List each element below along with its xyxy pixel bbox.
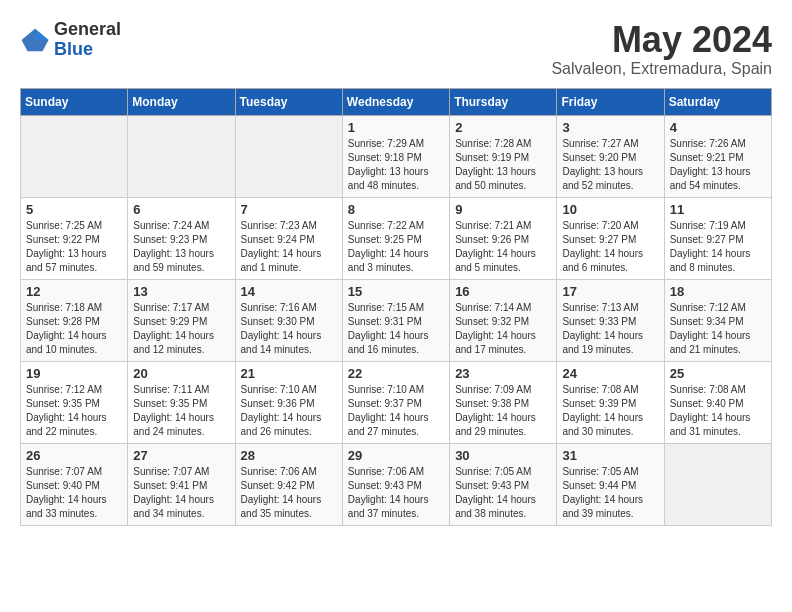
day-number: 16: [455, 284, 551, 299]
calendar-cell: 19Sunrise: 7:12 AM Sunset: 9:35 PM Dayli…: [21, 361, 128, 443]
day-info: Sunrise: 7:22 AM Sunset: 9:25 PM Dayligh…: [348, 220, 429, 273]
column-header-wednesday: Wednesday: [342, 88, 449, 115]
day-info: Sunrise: 7:05 AM Sunset: 9:43 PM Dayligh…: [455, 466, 536, 519]
calendar-cell: 16Sunrise: 7:14 AM Sunset: 9:32 PM Dayli…: [450, 279, 557, 361]
calendar-cell: [128, 115, 235, 197]
day-number: 30: [455, 448, 551, 463]
column-header-saturday: Saturday: [664, 88, 771, 115]
calendar-cell: 22Sunrise: 7:10 AM Sunset: 9:37 PM Dayli…: [342, 361, 449, 443]
calendar-cell: 12Sunrise: 7:18 AM Sunset: 9:28 PM Dayli…: [21, 279, 128, 361]
day-number: 23: [455, 366, 551, 381]
calendar-cell: [21, 115, 128, 197]
day-number: 4: [670, 120, 766, 135]
day-info: Sunrise: 7:07 AM Sunset: 9:40 PM Dayligh…: [26, 466, 107, 519]
day-number: 14: [241, 284, 337, 299]
day-info: Sunrise: 7:06 AM Sunset: 9:43 PM Dayligh…: [348, 466, 429, 519]
day-info: Sunrise: 7:29 AM Sunset: 9:18 PM Dayligh…: [348, 138, 429, 191]
calendar-cell: 15Sunrise: 7:15 AM Sunset: 9:31 PM Dayli…: [342, 279, 449, 361]
day-number: 15: [348, 284, 444, 299]
calendar-week-4: 19Sunrise: 7:12 AM Sunset: 9:35 PM Dayli…: [21, 361, 772, 443]
day-info: Sunrise: 7:10 AM Sunset: 9:37 PM Dayligh…: [348, 384, 429, 437]
day-info: Sunrise: 7:23 AM Sunset: 9:24 PM Dayligh…: [241, 220, 322, 273]
calendar-week-2: 5Sunrise: 7:25 AM Sunset: 9:22 PM Daylig…: [21, 197, 772, 279]
day-number: 24: [562, 366, 658, 381]
calendar-cell: 25Sunrise: 7:08 AM Sunset: 9:40 PM Dayli…: [664, 361, 771, 443]
day-number: 6: [133, 202, 229, 217]
calendar-cell: 5Sunrise: 7:25 AM Sunset: 9:22 PM Daylig…: [21, 197, 128, 279]
day-number: 21: [241, 366, 337, 381]
day-number: 7: [241, 202, 337, 217]
location-title: Salvaleon, Extremadura, Spain: [551, 60, 772, 78]
day-info: Sunrise: 7:24 AM Sunset: 9:23 PM Dayligh…: [133, 220, 214, 273]
calendar-body: 1Sunrise: 7:29 AM Sunset: 9:18 PM Daylig…: [21, 115, 772, 525]
calendar-cell: 13Sunrise: 7:17 AM Sunset: 9:29 PM Dayli…: [128, 279, 235, 361]
day-number: 11: [670, 202, 766, 217]
day-number: 27: [133, 448, 229, 463]
logo: General Blue: [20, 20, 121, 60]
day-number: 3: [562, 120, 658, 135]
calendar-cell: 10Sunrise: 7:20 AM Sunset: 9:27 PM Dayli…: [557, 197, 664, 279]
title-block: May 2024 Salvaleon, Extremadura, Spain: [551, 20, 772, 78]
calendar-cell: 23Sunrise: 7:09 AM Sunset: 9:38 PM Dayli…: [450, 361, 557, 443]
day-number: 29: [348, 448, 444, 463]
logo-icon: [20, 25, 50, 55]
day-number: 18: [670, 284, 766, 299]
calendar-cell: 28Sunrise: 7:06 AM Sunset: 9:42 PM Dayli…: [235, 443, 342, 525]
calendar-cell: 20Sunrise: 7:11 AM Sunset: 9:35 PM Dayli…: [128, 361, 235, 443]
calendar-cell: 9Sunrise: 7:21 AM Sunset: 9:26 PM Daylig…: [450, 197, 557, 279]
day-number: 1: [348, 120, 444, 135]
day-info: Sunrise: 7:27 AM Sunset: 9:20 PM Dayligh…: [562, 138, 643, 191]
day-info: Sunrise: 7:19 AM Sunset: 9:27 PM Dayligh…: [670, 220, 751, 273]
day-number: 28: [241, 448, 337, 463]
day-info: Sunrise: 7:28 AM Sunset: 9:19 PM Dayligh…: [455, 138, 536, 191]
calendar-cell: 26Sunrise: 7:07 AM Sunset: 9:40 PM Dayli…: [21, 443, 128, 525]
day-info: Sunrise: 7:18 AM Sunset: 9:28 PM Dayligh…: [26, 302, 107, 355]
day-info: Sunrise: 7:20 AM Sunset: 9:27 PM Dayligh…: [562, 220, 643, 273]
day-number: 9: [455, 202, 551, 217]
calendar-cell: 18Sunrise: 7:12 AM Sunset: 9:34 PM Dayli…: [664, 279, 771, 361]
calendar-table: SundayMondayTuesdayWednesdayThursdayFrid…: [20, 88, 772, 526]
day-info: Sunrise: 7:12 AM Sunset: 9:34 PM Dayligh…: [670, 302, 751, 355]
logo-blue-text: Blue: [54, 40, 121, 60]
column-header-thursday: Thursday: [450, 88, 557, 115]
day-info: Sunrise: 7:11 AM Sunset: 9:35 PM Dayligh…: [133, 384, 214, 437]
day-info: Sunrise: 7:07 AM Sunset: 9:41 PM Dayligh…: [133, 466, 214, 519]
day-number: 25: [670, 366, 766, 381]
calendar-cell: 21Sunrise: 7:10 AM Sunset: 9:36 PM Dayli…: [235, 361, 342, 443]
calendar-cell: 30Sunrise: 7:05 AM Sunset: 9:43 PM Dayli…: [450, 443, 557, 525]
day-number: 5: [26, 202, 122, 217]
day-info: Sunrise: 7:16 AM Sunset: 9:30 PM Dayligh…: [241, 302, 322, 355]
day-number: 20: [133, 366, 229, 381]
column-header-sunday: Sunday: [21, 88, 128, 115]
calendar-cell: 8Sunrise: 7:22 AM Sunset: 9:25 PM Daylig…: [342, 197, 449, 279]
column-header-tuesday: Tuesday: [235, 88, 342, 115]
calendar-cell: [235, 115, 342, 197]
day-number: 12: [26, 284, 122, 299]
day-info: Sunrise: 7:15 AM Sunset: 9:31 PM Dayligh…: [348, 302, 429, 355]
day-number: 31: [562, 448, 658, 463]
day-number: 17: [562, 284, 658, 299]
column-header-monday: Monday: [128, 88, 235, 115]
calendar-cell: 7Sunrise: 7:23 AM Sunset: 9:24 PM Daylig…: [235, 197, 342, 279]
calendar-cell: 27Sunrise: 7:07 AM Sunset: 9:41 PM Dayli…: [128, 443, 235, 525]
day-info: Sunrise: 7:17 AM Sunset: 9:29 PM Dayligh…: [133, 302, 214, 355]
day-number: 10: [562, 202, 658, 217]
day-info: Sunrise: 7:12 AM Sunset: 9:35 PM Dayligh…: [26, 384, 107, 437]
day-info: Sunrise: 7:08 AM Sunset: 9:40 PM Dayligh…: [670, 384, 751, 437]
calendar-week-5: 26Sunrise: 7:07 AM Sunset: 9:40 PM Dayli…: [21, 443, 772, 525]
day-info: Sunrise: 7:13 AM Sunset: 9:33 PM Dayligh…: [562, 302, 643, 355]
day-info: Sunrise: 7:05 AM Sunset: 9:44 PM Dayligh…: [562, 466, 643, 519]
calendar-cell: 17Sunrise: 7:13 AM Sunset: 9:33 PM Dayli…: [557, 279, 664, 361]
calendar-cell: 24Sunrise: 7:08 AM Sunset: 9:39 PM Dayli…: [557, 361, 664, 443]
calendar-cell: 3Sunrise: 7:27 AM Sunset: 9:20 PM Daylig…: [557, 115, 664, 197]
calendar-cell: 6Sunrise: 7:24 AM Sunset: 9:23 PM Daylig…: [128, 197, 235, 279]
day-number: 26: [26, 448, 122, 463]
day-info: Sunrise: 7:25 AM Sunset: 9:22 PM Dayligh…: [26, 220, 107, 273]
calendar-week-1: 1Sunrise: 7:29 AM Sunset: 9:18 PM Daylig…: [21, 115, 772, 197]
calendar-week-3: 12Sunrise: 7:18 AM Sunset: 9:28 PM Dayli…: [21, 279, 772, 361]
day-info: Sunrise: 7:21 AM Sunset: 9:26 PM Dayligh…: [455, 220, 536, 273]
calendar-cell: [664, 443, 771, 525]
column-header-friday: Friday: [557, 88, 664, 115]
svg-marker-1: [35, 29, 49, 40]
day-number: 2: [455, 120, 551, 135]
